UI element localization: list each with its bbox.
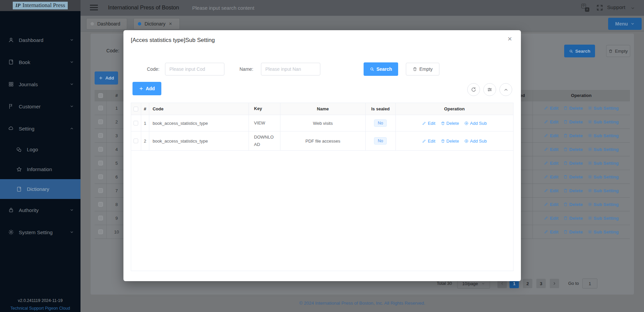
top-header: International Press of Boston 中 A Suppor… [80, 0, 644, 16]
sidebar-item-book[interactable]: Book [0, 51, 80, 73]
row-checkbox[interactable] [98, 174, 103, 179]
add-sub-link[interactable]: Add Sub [464, 139, 487, 144]
sidebar-item-setting[interactable]: Setting [0, 117, 80, 140]
sidebar-item-system-setting[interactable]: System Setting [0, 221, 80, 243]
tab-dictionary[interactable]: Dictionary ✕ [133, 18, 180, 30]
grid-icon [8, 81, 14, 87]
sidebar-item-label: Logo [27, 147, 74, 152]
bg-add-button[interactable]: Add [95, 71, 118, 85]
sub-setting-link[interactable]: Sub Setting [588, 147, 619, 152]
edit-link[interactable]: Edit [544, 133, 558, 138]
sub-setting-link[interactable]: Sub Setting [588, 188, 619, 193]
sidebar-item-information[interactable]: Information [0, 159, 80, 179]
edit-link[interactable]: Edit [544, 229, 558, 235]
row-checkbox[interactable] [98, 133, 103, 138]
chevron-down-icon [631, 22, 635, 26]
delete-link[interactable]: Delete [563, 202, 583, 207]
edit-link[interactable]: Edit [422, 139, 435, 144]
name-input[interactable] [261, 63, 320, 75]
tab-dashboard[interactable]: Dashboard [86, 18, 127, 30]
refresh-button[interactable] [467, 83, 480, 96]
sidebar-item-logo[interactable]: Logo [0, 140, 80, 159]
pencil-icon [544, 216, 548, 220]
delete-link[interactable]: Delete [563, 229, 583, 235]
technical-support-link[interactable]: Technical Support Pigeon Cloud [0, 306, 80, 311]
trash-icon [441, 139, 445, 143]
goto-page-input[interactable] [582, 278, 597, 289]
close-tab-icon[interactable]: ✕ [169, 21, 172, 26]
code-input[interactable] [165, 63, 224, 75]
pencil-icon [544, 119, 548, 124]
edit-link[interactable]: Edit [544, 174, 558, 179]
sidebar-item-authority[interactable]: Authority [0, 199, 80, 221]
sub-setting-link[interactable]: Sub Setting [588, 106, 619, 111]
sub-setting-link[interactable]: Sub Setting [588, 174, 619, 179]
edit-link[interactable]: Edit [544, 202, 558, 207]
trash-icon [413, 67, 417, 71]
delete-link[interactable]: Delete [563, 133, 583, 138]
row-checkbox[interactable] [98, 188, 103, 193]
translate-icon[interactable]: 中 A [581, 4, 589, 12]
delete-link[interactable]: Delete [563, 147, 583, 152]
row-checkbox[interactable] [98, 161, 103, 165]
header-search-input[interactable] [192, 3, 333, 13]
select-all-checkbox[interactable] [133, 107, 138, 111]
chevron-down-icon [70, 230, 74, 234]
column-filter-button[interactable] [483, 83, 496, 96]
fullscreen-icon[interactable] [596, 4, 603, 11]
edit-link[interactable]: Edit [544, 216, 558, 221]
plus-circle-icon [464, 139, 469, 143]
delete-link[interactable]: Delete [563, 216, 583, 221]
edit-link[interactable]: Edit [544, 188, 558, 193]
collapse-button[interactable] [499, 83, 512, 96]
edit-link[interactable]: Edit [422, 121, 435, 126]
delete-link[interactable]: Delete [563, 106, 583, 111]
sub-setting-link[interactable]: Sub Setting [588, 202, 619, 207]
delete-link[interactable]: Delete [563, 188, 583, 193]
row-checkbox[interactable] [98, 147, 103, 152]
delete-link[interactable]: Delete [441, 139, 459, 144]
add-sub-link[interactable]: Add Sub [464, 121, 487, 126]
menu-button[interactable]: Menu [608, 18, 642, 30]
add-button[interactable]: Add [132, 82, 161, 95]
close-dialog-icon[interactable]: ✕ [507, 36, 512, 43]
delete-link[interactable]: Delete [563, 119, 583, 124]
row-checkbox[interactable] [133, 139, 138, 143]
row-checkbox[interactable] [98, 216, 103, 220]
row-checkbox[interactable] [98, 229, 103, 234]
sub-setting-link[interactable]: Sub Setting [588, 229, 619, 235]
edit-link[interactable]: Edit [544, 106, 558, 111]
sidebar-item-dictionary[interactable]: Dictionary [0, 179, 80, 199]
sub-setting-link[interactable]: Sub Setting [588, 216, 619, 221]
row-checkbox[interactable] [98, 119, 103, 124]
sidebar-item-label: Dictionary [27, 186, 74, 192]
menu-button-label: Menu [615, 21, 628, 27]
sub-setting-link[interactable]: Sub Setting [588, 161, 619, 166]
select-all-checkbox[interactable] [98, 93, 103, 98]
page-button-2[interactable]: 2 [523, 279, 532, 288]
sub-setting-link[interactable]: Sub Setting [588, 133, 619, 138]
support-menu[interactable]: Support [607, 4, 625, 10]
search-button[interactable]: Search [364, 62, 398, 76]
bg-search-button[interactable]: Search [564, 45, 595, 57]
delete-link[interactable]: Delete [563, 161, 583, 166]
sidebar-item-customer[interactable]: Customer [0, 95, 80, 117]
delete-link[interactable]: Delete [563, 174, 583, 179]
next-page-button[interactable] [550, 279, 559, 288]
delete-link[interactable]: Delete [441, 121, 459, 126]
bg-empty-button[interactable]: Empty [606, 45, 630, 57]
empty-button[interactable]: Empty [406, 63, 439, 75]
sub-setting-link[interactable]: Sub Setting [588, 119, 619, 124]
hamburger-menu-icon[interactable] [90, 5, 98, 12]
row-checkbox[interactable] [133, 121, 138, 125]
row-checkbox[interactable] [98, 106, 103, 110]
sidebar-item-label: System Setting [19, 229, 70, 235]
sidebar-item-journals[interactable]: Journals [0, 73, 80, 95]
chevron-left-icon [500, 281, 504, 285]
sidebar-item-dashboard[interactable]: Dashboard [0, 29, 80, 51]
edit-link[interactable]: Edit [544, 161, 558, 166]
page-button-3[interactable]: 3 [536, 279, 546, 288]
edit-link[interactable]: Edit [544, 147, 558, 152]
edit-link[interactable]: Edit [544, 119, 558, 124]
row-checkbox[interactable] [98, 202, 103, 207]
